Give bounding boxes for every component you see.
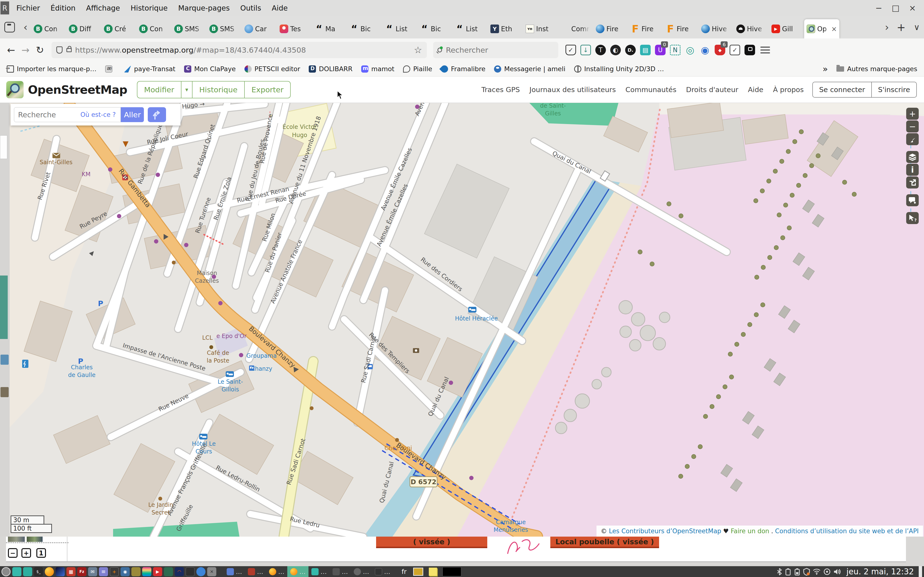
bookmark-item[interactable]: Installing Unity 2D/3D … bbox=[574, 65, 664, 73]
window-button[interactable]: … bbox=[224, 566, 245, 577]
browser-tab[interactable]: “ List bbox=[453, 19, 488, 39]
window-control-button[interactable]: □ bbox=[890, 3, 901, 13]
window-control-button[interactable]: × bbox=[907, 3, 918, 13]
osm-title[interactable]: OpenStreetMap bbox=[28, 83, 127, 97]
browser-tab[interactable]: B Con bbox=[137, 19, 172, 39]
edit-dropdown-icon[interactable]: ▾ bbox=[181, 82, 192, 98]
launcher-icon[interactable] bbox=[99, 567, 108, 576]
menu-item[interactable]: Fichier bbox=[11, 4, 45, 12]
extension-icon[interactable]: ◆6 bbox=[715, 45, 725, 55]
browser-tab[interactable]: Car bbox=[242, 19, 277, 39]
launcher-icon[interactable] bbox=[45, 567, 54, 576]
bookmark-item[interactable]: DOLIBARR bbox=[309, 65, 352, 73]
search-input[interactable] bbox=[446, 45, 554, 55]
disc-icon[interactable] bbox=[824, 568, 830, 575]
doc-zoom-in-button[interactable]: + bbox=[21, 548, 31, 558]
bluetooth-icon[interactable] bbox=[777, 568, 782, 575]
donate-link[interactable]: Faire un don bbox=[731, 527, 769, 535]
launcher-icon[interactable] bbox=[153, 567, 162, 576]
extension-icon[interactable]: ✓ bbox=[565, 45, 576, 55]
extension-icon[interactable]: ◐ bbox=[610, 45, 621, 55]
menu-item[interactable]: Édition bbox=[45, 4, 81, 12]
launcher-icon[interactable] bbox=[23, 567, 32, 576]
history-button[interactable]: Historique bbox=[192, 82, 244, 98]
login-button[interactable]: Se connecter bbox=[813, 82, 871, 97]
osm-logo-icon[interactable] bbox=[6, 81, 24, 98]
launcher-icon[interactable] bbox=[142, 567, 151, 576]
browser-tab[interactable]: Op × bbox=[804, 19, 839, 39]
osm-nav-link[interactable]: Journaux des utilisateurs bbox=[529, 85, 616, 94]
launcher-icon[interactable] bbox=[196, 567, 205, 576]
window-control-button[interactable]: − bbox=[874, 3, 884, 13]
osm-nav-link[interactable]: Droits d'auteur bbox=[686, 85, 738, 94]
extension-icon[interactable]: ◉ bbox=[700, 45, 710, 55]
extension-icon[interactable]: ▤ bbox=[640, 45, 651, 55]
osm-nav-link[interactable]: Aide bbox=[748, 85, 763, 94]
osm-nav-link[interactable]: Communautés bbox=[625, 85, 677, 94]
map-search-input[interactable] bbox=[18, 110, 80, 119]
window-preview[interactable] bbox=[443, 567, 461, 576]
scroll-tabs-left-icon[interactable]: ‹ bbox=[20, 21, 31, 33]
launcher-icon[interactable] bbox=[121, 567, 130, 576]
launcher-icon[interactable] bbox=[186, 567, 195, 576]
share-button[interactable] bbox=[906, 176, 919, 189]
launcher-icon[interactable] bbox=[56, 567, 65, 576]
search-bar[interactable] bbox=[433, 42, 558, 58]
locate-me-button[interactable] bbox=[906, 133, 919, 145]
forward-button[interactable]: → bbox=[18, 45, 33, 56]
query-features-button[interactable]: ? bbox=[906, 212, 919, 224]
launcher-icon[interactable] bbox=[110, 567, 119, 576]
extension-icon[interactable]: N bbox=[670, 45, 680, 55]
other-bookmarks[interactable]: Autres marque-pages bbox=[837, 65, 917, 73]
bookmark-item[interactable]: Importer les marque-p… bbox=[7, 65, 97, 73]
bookmark-item[interactable]: PETSCII editor bbox=[244, 65, 300, 73]
back-button[interactable]: ← bbox=[4, 45, 18, 56]
bookmark-item[interactable]: Messagerie | ameli bbox=[494, 65, 565, 73]
launcher-icon[interactable] bbox=[77, 567, 86, 576]
zoom-out-button[interactable]: − bbox=[906, 121, 919, 132]
menu-item[interactable]: Marque-pages bbox=[173, 4, 235, 12]
browser-tab[interactable]: “ Bic bbox=[418, 19, 453, 39]
volume-icon[interactable] bbox=[834, 568, 841, 575]
browser-tab[interactable]: “ List bbox=[383, 19, 418, 39]
wifi-icon[interactable] bbox=[813, 569, 821, 575]
reload-button[interactable]: ↻ bbox=[33, 45, 47, 56]
browser-tab[interactable]: “ Bic bbox=[347, 19, 383, 39]
display-tool-icon[interactable] bbox=[413, 567, 423, 576]
edit-button[interactable]: Modifier bbox=[137, 82, 181, 98]
launcher-icon[interactable] bbox=[88, 567, 97, 576]
go-button[interactable]: Aller bbox=[121, 107, 144, 122]
zoom-in-button[interactable]: + bbox=[906, 108, 919, 120]
bookmarks-overflow-icon[interactable]: » bbox=[822, 64, 828, 74]
sticky-notes-icon[interactable] bbox=[429, 567, 437, 576]
extension-icon[interactable]: T bbox=[595, 45, 606, 55]
browser-tab[interactable]: Hive bbox=[699, 19, 734, 39]
extension-icon[interactable]: ✓ bbox=[730, 45, 740, 55]
browser-tab[interactable]: B Con bbox=[31, 19, 66, 39]
browser-tab[interactable]: F Fire bbox=[628, 19, 664, 39]
map-search-field[interactable]: Où est-ce ? bbox=[14, 107, 121, 122]
layers-button[interactable] bbox=[906, 151, 919, 163]
contributors-link[interactable]: Les Contributeurs d’OpenStreetMap bbox=[609, 527, 721, 535]
terms-link[interactable]: Conditions d’utilisation du site web et … bbox=[775, 527, 919, 535]
map-canvas[interactable]: P P Rue Joli CoeurRue de la RépubliqueRu… bbox=[10, 103, 924, 537]
list-tabs-icon[interactable]: ∨ bbox=[909, 23, 924, 32]
menu-item[interactable]: Affichage bbox=[81, 4, 125, 12]
launcher-icon[interactable] bbox=[66, 567, 76, 576]
launcher-icon[interactable] bbox=[2, 567, 11, 576]
extension-icon[interactable]: ◎ bbox=[685, 45, 695, 55]
bookmark-item[interactable]: Piaille bbox=[403, 65, 432, 73]
map-info-button[interactable]: i bbox=[906, 164, 919, 176]
doc-zoom-out-button[interactable]: − bbox=[8, 548, 18, 558]
browser-tab[interactable]: B Cré bbox=[102, 19, 137, 39]
launcher-icon[interactable] bbox=[34, 567, 43, 576]
window-button[interactable]: … bbox=[309, 566, 330, 577]
window-button[interactable]: … bbox=[287, 566, 309, 577]
scroll-tabs-right-icon[interactable]: › bbox=[881, 21, 893, 33]
battery-icon[interactable] bbox=[785, 568, 791, 575]
browser-tab[interactable]: “ Ma bbox=[312, 19, 347, 39]
launcher-icon[interactable] bbox=[12, 567, 21, 576]
extension-icon[interactable] bbox=[745, 45, 755, 55]
window-button[interactable]: … bbox=[351, 566, 372, 577]
battery2-icon[interactable] bbox=[794, 568, 800, 575]
